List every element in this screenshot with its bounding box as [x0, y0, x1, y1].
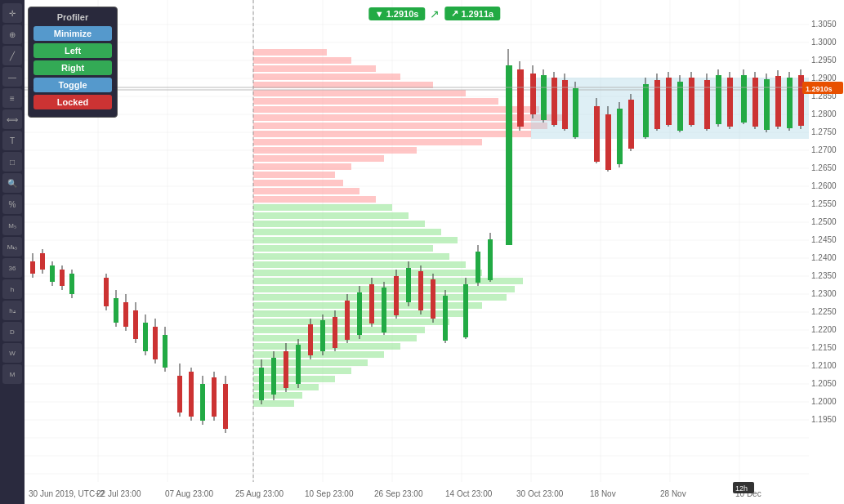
- svg-rect-44: [253, 343, 400, 350]
- svg-rect-61: [253, 204, 392, 211]
- svg-text:28 Nov: 28 Nov: [660, 489, 686, 498]
- svg-rect-66: [253, 163, 351, 170]
- svg-rect-204: [594, 106, 600, 162]
- svg-rect-63: [253, 188, 359, 194]
- crosshair-icon[interactable]: ⊕: [2, 25, 22, 44]
- svg-rect-68: [253, 147, 417, 154]
- fib-icon[interactable]: ≡: [2, 88, 22, 108]
- svg-text:1.1950: 1.1950: [811, 415, 837, 424]
- svg-rect-132: [123, 302, 128, 327]
- toggle-button[interactable]: Toggle: [33, 78, 112, 92]
- svg-text:1.2900: 1.2900: [811, 74, 837, 83]
- svg-rect-166: [345, 301, 350, 340]
- chart-svg: 30 Jun 2019, UTC+2 22 Jul 23:00 07 Aug 2…: [25, 0, 844, 504]
- svg-rect-55: [253, 253, 449, 260]
- chart-container: ▼ 1.2910s ↗ ↗ 1.2911a: [25, 0, 844, 504]
- svg-rect-224: [716, 75, 721, 124]
- buy-price-value: 1.2911a: [461, 9, 493, 19]
- svg-text:25 Aug 23:00: 25 Aug 23:00: [235, 489, 284, 498]
- svg-rect-236: [787, 78, 793, 128]
- svg-text:1.2150: 1.2150: [811, 343, 837, 352]
- svg-rect-220: [689, 78, 694, 125]
- svg-rect-64: [253, 180, 343, 186]
- sell-price-tag: ▼ 1.2910s: [368, 7, 426, 20]
- svg-rect-134: [133, 310, 138, 339]
- svg-text:1.2200: 1.2200: [811, 325, 837, 334]
- svg-rect-56: [253, 245, 433, 252]
- svg-text:1.2000: 1.2000: [811, 397, 837, 406]
- m5-icon[interactable]: M₅: [2, 216, 22, 235]
- svg-rect-168: [357, 292, 362, 335]
- svg-text:1.2550: 1.2550: [811, 199, 837, 208]
- zoom-icon[interactable]: 🔍: [2, 173, 22, 193]
- svg-text:18 Nov: 18 Nov: [590, 489, 616, 498]
- svg-rect-70: [253, 131, 531, 137]
- svg-text:1.2400: 1.2400: [811, 253, 837, 262]
- arrow-up-icon: ↗: [430, 7, 440, 20]
- text-icon[interactable]: T: [2, 131, 22, 150]
- locked-button[interactable]: Locked: [33, 95, 112, 109]
- svg-rect-62: [253, 196, 376, 203]
- svg-text:1.2910s: 1.2910s: [806, 85, 833, 93]
- svg-rect-154: [271, 358, 276, 395]
- svg-rect-188: [488, 239, 493, 280]
- svg-text:30 Jun 2019, UTC+2: 30 Jun 2019, UTC+2: [29, 489, 105, 498]
- svg-rect-52: [253, 278, 523, 284]
- svg-rect-124: [60, 270, 65, 286]
- h1-icon[interactable]: h: [2, 279, 22, 299]
- m15-icon[interactable]: M₁₅: [2, 237, 22, 256]
- svg-text:10 Sep 23:00: 10 Sep 23:00: [305, 489, 354, 498]
- svg-text:1.2700: 1.2700: [811, 145, 837, 154]
- svg-text:1.2750: 1.2750: [811, 127, 837, 136]
- svg-text:1.2800: 1.2800: [811, 109, 837, 118]
- svg-rect-192: [517, 69, 524, 127]
- h4-icon[interactable]: h₄: [2, 301, 22, 320]
- svg-text:26 Sep 23:00: 26 Sep 23:00: [374, 489, 423, 498]
- svg-rect-228: [741, 75, 747, 123]
- svg-rect-136: [143, 323, 148, 351]
- svg-rect-130: [114, 298, 118, 323]
- buy-arrow-icon: ↗: [451, 8, 458, 19]
- cursor-icon[interactable]: ✛: [2, 3, 22, 23]
- svg-rect-138: [153, 327, 158, 359]
- shape-icon[interactable]: □: [2, 152, 22, 172]
- buy-price-tag: ↗ 1.2911a: [444, 7, 500, 20]
- svg-rect-176: [406, 268, 411, 302]
- m1-icon[interactable]: M: [2, 364, 22, 384]
- svg-rect-146: [200, 384, 205, 421]
- m30-icon[interactable]: 36: [2, 258, 22, 278]
- percent-icon[interactable]: %: [2, 194, 22, 214]
- profiler-popup: Profiler Minimize Left Right Toggle Lock…: [28, 7, 118, 118]
- svg-rect-69: [253, 139, 482, 145]
- svg-rect-58: [253, 229, 441, 235]
- svg-rect-234: [775, 76, 781, 127]
- measure-icon[interactable]: ⟺: [2, 109, 22, 129]
- profiler-title: Profiler: [33, 12, 112, 22]
- svg-rect-164: [333, 317, 337, 348]
- svg-rect-57: [253, 237, 458, 243]
- svg-rect-156: [284, 351, 288, 388]
- svg-rect-73: [253, 106, 539, 113]
- line-icon[interactable]: ╱: [2, 46, 22, 65]
- minimize-button[interactable]: Minimize: [33, 26, 112, 41]
- hline-icon[interactable]: —: [2, 67, 22, 87]
- svg-rect-202: [573, 88, 578, 137]
- svg-rect-170: [369, 284, 374, 323]
- svg-text:07 Aug 23:00: 07 Aug 23:00: [165, 489, 213, 498]
- d1-icon[interactable]: D: [2, 322, 22, 341]
- svg-rect-37: [253, 400, 294, 407]
- w1-icon[interactable]: W: [2, 343, 22, 363]
- svg-text:1.2600: 1.2600: [811, 181, 837, 190]
- svg-rect-80: [253, 49, 327, 56]
- svg-rect-43: [253, 351, 384, 358]
- svg-rect-78: [253, 65, 376, 72]
- svg-rect-208: [617, 109, 623, 164]
- svg-text:1.2300: 1.2300: [811, 289, 837, 298]
- right-button[interactable]: Right: [33, 60, 112, 75]
- svg-rect-196: [541, 75, 547, 120]
- left-button[interactable]: Left: [33, 43, 112, 58]
- svg-text:22 Jul 23:00: 22 Jul 23:00: [96, 489, 141, 498]
- svg-rect-144: [189, 372, 194, 417]
- svg-rect-184: [463, 284, 468, 337]
- svg-rect-122: [50, 265, 55, 282]
